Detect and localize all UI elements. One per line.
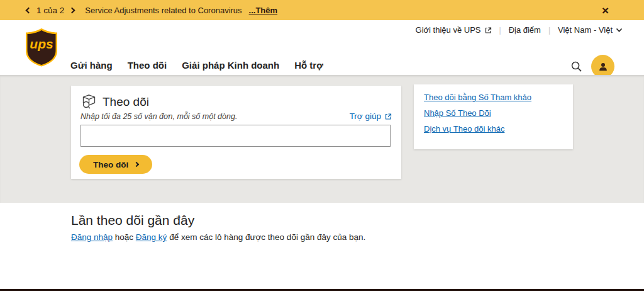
nav-item-support[interactable]: Hỗ trợ: [294, 60, 323, 71]
locations-link[interactable]: Địa điểm: [509, 25, 541, 35]
separator: |: [548, 26, 550, 35]
locale-selector[interactable]: Việt Nam - Việt: [558, 25, 623, 35]
utility-nav: Giới thiệu về UPS | Địa điểm | Việt Nam …: [416, 25, 623, 35]
locale-label: Việt Nam - Việt: [558, 25, 613, 35]
chevron-down-icon: [616, 28, 623, 33]
tracking-section: Theo dõi Nhập tối đa 25 số vận đơn, mỗi …: [0, 75, 644, 203]
banner-prev-icon[interactable]: [26, 7, 32, 13]
separator: |: [499, 26, 501, 35]
banner-message: Service Adjustments related to Coronavir…: [85, 6, 242, 15]
help-link[interactable]: Trợ giúp: [350, 111, 392, 121]
tracking-subtitle-row: Nhập tối đa 25 số vận đơn, mỗi số một dò…: [80, 111, 392, 121]
tracking-numbers-input[interactable]: [80, 125, 391, 147]
nav-item-business-solutions[interactable]: Giải pháp Kinh doanh: [182, 60, 279, 71]
help-label: Trợ giúp: [350, 111, 381, 121]
nav-item-shipping[interactable]: Gửi hàng: [70, 60, 113, 71]
external-link-icon: [484, 26, 492, 34]
primary-nav: Gửi hàng Theo dõi Giải pháp Kinh doanh H…: [70, 60, 323, 71]
chevron-right-icon: [134, 162, 139, 167]
banner-pager-label: 1 của 2: [36, 6, 64, 15]
tracking-title: Theo dõi: [103, 95, 149, 109]
login-link[interactable]: Đăng nhập: [71, 232, 113, 242]
promo-banner: 1 của 2 Service Adjustments related to C…: [0, 0, 644, 20]
track-submit-button[interactable]: Theo dõi: [79, 155, 152, 174]
tracking-card-header: Theo dõi: [80, 93, 392, 110]
package-search-icon: [80, 93, 97, 110]
banner-next-icon[interactable]: [69, 7, 75, 13]
about-ups-link[interactable]: Giới thiệu về UPS: [416, 25, 492, 35]
recent-tracking-title: Lần theo dõi gần đây: [71, 213, 194, 228]
svg-text:ups: ups: [30, 37, 53, 51]
import-tracking-numbers-link[interactable]: Nhập Số Theo Dõi: [424, 109, 563, 118]
tracking-subtitle: Nhập tối đa 25 số vận đơn, mỗi số một dò…: [80, 112, 237, 121]
ups-shield-icon: ups: [25, 28, 58, 67]
search-icon[interactable]: [570, 60, 582, 72]
nav-item-tracking[interactable]: Theo dõi: [128, 60, 167, 71]
track-by-reference-link[interactable]: Theo dõi bằng Số Tham khảo: [424, 93, 563, 102]
site-header: ups Gửi hàng Theo dõi Giải pháp Kinh doa…: [0, 20, 644, 75]
external-link-icon: [384, 113, 392, 120]
tracking-quick-links: Theo dõi bằng Số Tham khảo Nhập Số Theo …: [414, 84, 573, 149]
about-ups-label: Giới thiệu về UPS: [416, 25, 481, 35]
recent-tracking-section: Lần theo dõi gần đây Đăng nhập hoặc Đăng…: [0, 203, 644, 289]
recent-tracking-text: Đăng nhập hoặc Đăng ký để xem các lô hàn…: [71, 232, 365, 242]
conjunction-text: hoặc: [113, 232, 136, 242]
tracking-card: Theo dõi Nhập tối đa 25 số vận đơn, mỗi …: [71, 86, 401, 179]
promo-banner-content: 1 của 2 Service Adjustments related to C…: [26, 6, 599, 15]
ups-logo[interactable]: ups: [25, 28, 58, 67]
banner-more-link[interactable]: ...Thêm: [249, 6, 278, 15]
banner-close-icon[interactable]: ×: [599, 4, 611, 16]
suffix-text: để xem các lô hàng được theo dõi gần đây…: [167, 232, 365, 242]
register-link[interactable]: Đăng ký: [136, 232, 167, 242]
track-submit-label: Theo dõi: [93, 160, 128, 169]
other-tracking-services-link[interactable]: Dịch vụ Theo dõi khác: [424, 125, 563, 134]
person-icon: [597, 60, 609, 73]
